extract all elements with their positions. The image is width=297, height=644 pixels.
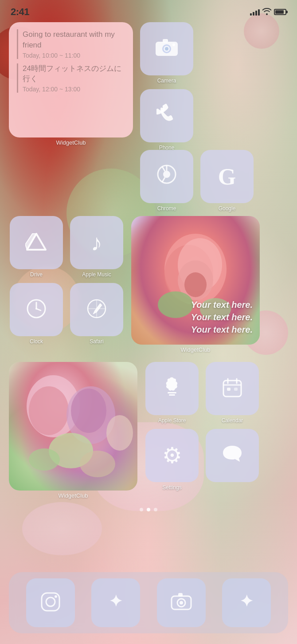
camera-icon xyxy=(155,37,179,60)
svg-rect-43 xyxy=(234,388,238,391)
calendar-label: Calendar xyxy=(222,417,243,424)
settings-icon: ⚙ xyxy=(162,443,182,468)
safari-icon xyxy=(86,298,107,321)
status-time: 2:41 xyxy=(11,6,29,18)
camera-icon-bg[interactable] xyxy=(140,22,193,75)
svg-text:✦: ✦ xyxy=(240,592,253,610)
note-item-1: Going to restaurant with my friend Today… xyxy=(17,29,125,59)
page-dots xyxy=(9,508,288,511)
note-text-2: 24時間フィットネスのジムに行く xyxy=(23,63,125,85)
svg-point-7 xyxy=(163,171,170,178)
apple-music-label: Apple Music xyxy=(82,271,111,278)
chrome-icon-bg[interactable] xyxy=(140,150,193,203)
page-dot-3[interactable] xyxy=(154,508,157,511)
svg-point-16 xyxy=(35,308,37,310)
photo-text-1: Your text here. xyxy=(191,298,253,311)
calendar-app[interactable]: Calendar xyxy=(205,362,260,424)
wifi-icon xyxy=(262,8,271,16)
note-time-1: Today, 10:00 ~ 11:00 xyxy=(23,52,125,59)
photo-widget-large[interactable]: Your text here. Your text here. Your tex… xyxy=(131,216,260,345)
messages-icon-bg[interactable] xyxy=(206,429,259,482)
svg-rect-38 xyxy=(223,381,241,397)
svg-point-45 xyxy=(46,597,55,606)
google-icon: G xyxy=(218,164,236,190)
svg-rect-36 xyxy=(168,392,176,393)
svg-point-50 xyxy=(180,601,183,605)
drive-icon-bg[interactable] xyxy=(10,216,63,269)
svg-point-25 xyxy=(184,272,207,297)
drive-icon xyxy=(25,232,47,253)
svg-point-33 xyxy=(29,448,60,471)
drive-app[interactable]: Drive xyxy=(9,216,64,278)
chrome-app[interactable]: Chrome xyxy=(140,150,193,212)
photo-widget-small-label: WidgetClub xyxy=(58,492,88,499)
svg-line-10 xyxy=(162,177,165,182)
notes-widget[interactable]: Going to restaurant with my friend Today… xyxy=(9,22,133,137)
appstore1-dock-icon: ✦ xyxy=(105,591,127,615)
drive-label: Drive xyxy=(30,271,43,278)
apple-store-app[interactable]: Apple Store xyxy=(145,362,199,424)
phone-app[interactable]: Phone xyxy=(140,89,193,151)
appstore2-dock-icon: ✦ xyxy=(235,591,258,615)
svg-point-29 xyxy=(29,386,69,435)
svg-rect-4 xyxy=(163,39,168,43)
svg-rect-37 xyxy=(169,394,175,396)
photo-text-3: Your text here. xyxy=(191,323,253,336)
note-text-1: Going to restaurant with my friend xyxy=(23,29,125,51)
chrome-label: Chrome xyxy=(157,205,176,212)
svg-point-26 xyxy=(158,291,193,318)
settings-icon-bg[interactable]: ⚙ xyxy=(145,429,199,482)
photo-widget-small[interactable] xyxy=(9,362,137,491)
music-icon-bg[interactable]: ♪ xyxy=(70,216,123,269)
dock-instagram[interactable] xyxy=(26,578,75,627)
photo-widget-large-wrapper: Your text here. Your text here. Your tex… xyxy=(131,216,260,353)
apple-music-app[interactable]: ♪ Apple Music xyxy=(69,216,124,278)
dock-appstore2[interactable]: ✦ xyxy=(222,578,271,627)
camera-label: Camera xyxy=(157,78,176,84)
clock-icon-bg[interactable] xyxy=(10,283,63,336)
safari-label: Safari xyxy=(90,338,103,345)
safari-icon-bg[interactable] xyxy=(70,283,123,336)
google-icon-bg[interactable]: G xyxy=(200,150,254,203)
svg-rect-51 xyxy=(178,593,183,597)
right-icons-col: Camera Phone xyxy=(140,22,193,151)
svg-rect-42 xyxy=(227,388,231,391)
svg-marker-12 xyxy=(25,234,36,250)
google-app[interactable]: G Google xyxy=(200,150,254,212)
apple-store-icon-bg[interactable] xyxy=(145,362,199,415)
svg-line-9 xyxy=(162,167,165,171)
settings-app[interactable]: ⚙ Settings xyxy=(145,429,199,491)
photo-text-2: Your text here. xyxy=(191,311,253,323)
apple-store-label: Apple Store xyxy=(158,417,186,424)
safari-app[interactable]: Safari xyxy=(69,283,124,345)
dock: ✦ ✦ xyxy=(9,572,288,633)
svg-point-34 xyxy=(80,451,115,477)
note-time-2: Today, 12:00 ~ 13:00 xyxy=(23,86,125,93)
dock-camera[interactable] xyxy=(157,578,206,627)
music-icon: ♪ xyxy=(91,229,102,256)
page-dot-1[interactable] xyxy=(140,508,143,511)
clock-icon xyxy=(26,298,47,321)
calendar-icon-bg[interactable] xyxy=(206,362,259,415)
notes-widget-wrapper: Going to restaurant with my friend Today… xyxy=(9,22,133,151)
instagram-dock-icon xyxy=(39,591,62,615)
photo-bg-small xyxy=(9,362,137,491)
messages-app[interactable] xyxy=(205,429,260,491)
page-dot-2[interactable] xyxy=(147,508,150,511)
dock-appstore1[interactable]: ✦ xyxy=(91,578,140,627)
note-item-2: 24時間フィットネスのジムに行く Today, 12:00 ~ 13:00 xyxy=(17,63,125,93)
status-bar: 2:41 xyxy=(0,0,297,22)
chrome-icon xyxy=(156,164,177,189)
svg-point-5 xyxy=(172,43,175,46)
apple-store-icon xyxy=(162,376,182,401)
phone-icon xyxy=(156,104,177,128)
clock-label: Clock xyxy=(30,338,43,345)
svg-point-46 xyxy=(55,595,57,598)
status-icons xyxy=(250,8,286,16)
signal-icon xyxy=(250,8,260,16)
phone-icon-bg[interactable] xyxy=(140,89,193,142)
clock-app[interactable]: Clock xyxy=(9,283,64,345)
messages-icon xyxy=(221,444,243,467)
google-label: Google xyxy=(219,205,236,212)
camera-app[interactable]: Camera xyxy=(140,22,193,84)
